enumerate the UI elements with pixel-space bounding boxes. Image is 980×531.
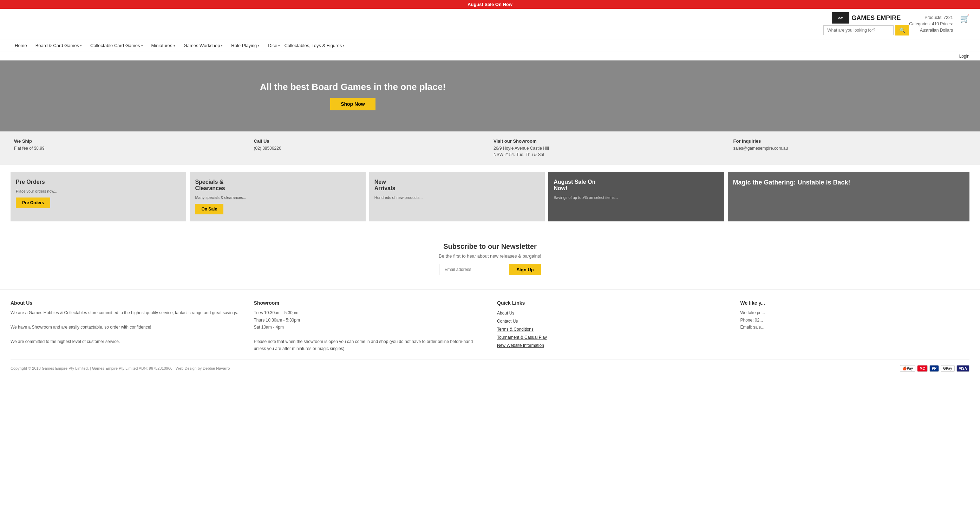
search-input[interactable] — [823, 25, 894, 35]
top-banner-text: August Sale On Now — [468, 2, 512, 7]
header: GE GAMES EMPIRE 🔍 Products: 7221 Categor… — [0, 9, 980, 39]
card-magic-wide: Magic the Gathering: Unstable is Back! — [728, 172, 970, 222]
nav-games-workshop[interactable]: Games Workshop ▾ — [180, 39, 227, 52]
header-right: Products: 7221 Categories: 410 Prices: A… — [909, 14, 969, 33]
nav-collectables[interactable]: Collectables, Toys & Figures ▾ — [284, 39, 349, 52]
nav-miniatures[interactable]: Miniatures ▾ — [147, 39, 180, 52]
footer: About Us We are a Games Hobbies & Collec… — [0, 289, 980, 378]
footer-link-tournament[interactable]: Tournament & Casual Play — [497, 333, 726, 341]
nav-board-card-games[interactable]: Board & Card Games ▾ — [31, 39, 86, 52]
visa-icon: VISA — [956, 365, 969, 372]
payment-icons: 🍎Pay MC PP GPay VISA — [900, 365, 969, 372]
nav-home[interactable]: Home — [11, 39, 31, 52]
info-block-ship: We Ship Flat fee of $8.99. — [14, 139, 247, 158]
footer-about: About Us We are a Games Hobbies & Collec… — [11, 300, 240, 352]
mastercard-icon: MC — [917, 365, 928, 372]
info-block-call: Call Us (02) 88506226 — [254, 139, 487, 158]
info-strip: We Ship Flat fee of $8.99. Call Us (02) … — [0, 131, 980, 165]
newsletter-section: Subscribe to our Newsletter Be the first… — [0, 228, 980, 289]
login-bar[interactable]: Login — [0, 52, 980, 61]
top-banner: August Sale On Now — [0, 0, 980, 9]
brand-logo: GE GAMES EMPIRE — [832, 12, 900, 24]
nav-arrow: ▾ — [80, 44, 82, 48]
card-specials: Specials &Clearances Many specials & cle… — [190, 172, 365, 222]
logo-icon: GE — [832, 12, 850, 24]
paypal-icon: PP — [929, 365, 939, 372]
nav-arrow: ▾ — [173, 44, 175, 48]
nav-dice[interactable]: Dice ▾ — [264, 39, 284, 52]
promo-cards: Pre Orders Place your orders now... Pre … — [0, 165, 980, 228]
header-info: Products: 7221 Categories: 410 Prices: A… — [909, 14, 953, 33]
nav-arrow: ▾ — [278, 44, 280, 48]
cart-icon[interactable]: 🛒 — [960, 14, 969, 24]
on-sale-button[interactable]: On Sale — [195, 204, 223, 214]
apple-pay-icon: 🍎Pay — [900, 365, 915, 372]
hero-side-panel — [706, 61, 980, 131]
main-nav: Home Board & Card Games ▾ Collectable Ca… — [0, 39, 980, 52]
products-count: Products: 7221 — [909, 14, 953, 21]
newsletter-title: Subscribe to our Newsletter — [7, 242, 973, 250]
newsletter-subtitle: Be the first to hear about new releases … — [7, 254, 973, 258]
shop-now-button[interactable]: Shop Now — [330, 98, 375, 110]
card-august-sale: August Sale OnNow! Savings of up to x% o… — [548, 172, 724, 222]
header-center: GE GAMES EMPIRE 🔍 — [823, 12, 909, 35]
nav-arrow: ▾ — [258, 44, 259, 48]
footer-link-contact[interactable]: Contact Us — [497, 317, 726, 325]
card-pre-orders: Pre Orders Place your orders now... Pre … — [11, 172, 186, 222]
nav-role-playing[interactable]: Role Playing ▾ — [227, 39, 264, 52]
newsletter-form: Sign Up — [7, 264, 973, 275]
newsletter-signup-button[interactable]: Sign Up — [509, 264, 541, 275]
footer-columns: About Us We are a Games Hobbies & Collec… — [11, 300, 969, 352]
nav-arrow: ▾ — [141, 44, 143, 48]
logo-text: GAMES EMPIRE — [851, 14, 900, 22]
nav-arrow: ▾ — [221, 44, 223, 48]
footer-showroom: Showroom Tues 10:30am - 5:30pm Thurs 10:… — [254, 300, 483, 352]
hero-heading: All the best Board Games in the one plac… — [260, 81, 446, 92]
hero-content: All the best Board Games in the one plac… — [0, 61, 706, 131]
footer-welike: We like y... We take pri... Phone: 02...… — [740, 300, 970, 352]
footer-copyright: Copyright © 2018 Games Empire Pty Limite… — [11, 366, 230, 370]
google-pay-icon: GPay — [941, 365, 955, 372]
newsletter-email-input[interactable] — [439, 264, 509, 275]
svg-text:GE: GE — [838, 16, 843, 20]
card-new-arrivals: NewArrivals Hundreds of new products... — [369, 172, 545, 222]
nav-arrow: ▾ — [343, 44, 345, 48]
footer-link-terms[interactable]: Terms & Conditions — [497, 325, 726, 333]
search-area: 🔍 — [823, 25, 909, 35]
nav-collectable-card-games[interactable]: Collectable Card Games ▾ — [86, 39, 147, 52]
info-block-inquiries: For Inquiries sales@gamesempire.com.au — [733, 139, 966, 158]
footer-quick-links: Quick Links About Us Contact Us Terms & … — [497, 300, 726, 352]
currency-label: Australian Dollars — [909, 27, 953, 33]
footer-link-about[interactable]: About Us — [497, 309, 726, 317]
hero-section: All the best Board Games in the one plac… — [0, 61, 980, 131]
categories-count: Categories: 410 Prices: — [909, 21, 953, 27]
info-block-showroom: Visit our Showroom 26/9 Hoyle Avenue Cas… — [493, 139, 726, 158]
search-button[interactable]: 🔍 — [895, 25, 909, 35]
footer-bottom: Copyright © 2018 Games Empire Pty Limite… — [11, 359, 969, 372]
pre-orders-button[interactable]: Pre Orders — [16, 198, 50, 208]
footer-link-new-website[interactable]: New Website Information — [497, 341, 726, 350]
